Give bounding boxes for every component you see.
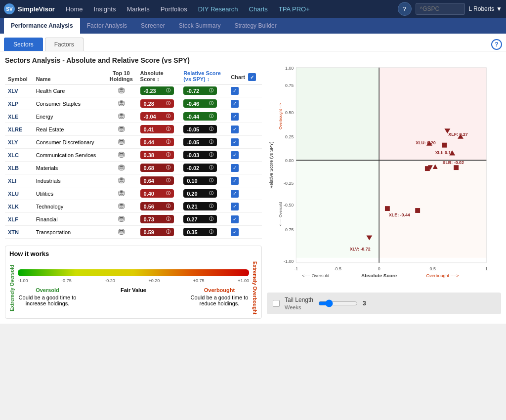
chart-check-XLI[interactable]: ✓ [228,174,262,187]
name-XLRE: Real Estate [33,123,105,136]
chart-check-XLK[interactable]: ✓ [228,200,262,213]
svg-rect-3 [379,160,486,258]
abs-XLB: 0.68ⓘ [137,162,181,174]
nav-portfolios[interactable]: Portfolios [156,0,192,18]
abs-XLP: 0.28ⓘ [137,97,181,110]
subnav-stock-summary[interactable]: Stock Summary [172,18,228,34]
rel-XLI: 0.10ⓘ [180,174,228,187]
overbought-label: Overbought [190,287,249,293]
holdings-XLP[interactable]: ⛃ [105,97,137,110]
svg-text:0.50: 0.50 [285,110,294,115]
holdings-XLB[interactable]: ⛃ [105,162,137,174]
name-XLY: Consumer Discretionary [33,136,105,149]
extremely-overbought-label: Extremely Overbought [252,261,257,314]
symbol-XLC: XLC [8,152,19,158]
gradient-bar [18,269,249,276]
tail-weeks-label: Weeks [285,304,313,310]
table-row: XTN Transportation ⛃ 0.59ⓘ 0.35ⓘ ✓ [5,226,262,239]
user-menu[interactable]: L Roberts ▼ [469,5,502,12]
tail-length-label: Tail Length [285,296,313,303]
table-row: XLF Financial ⛃ 0.73ⓘ 0.27ⓘ ✓ [5,213,262,226]
symbol-XLE: XLE [8,114,18,120]
svg-rect-1 [379,68,486,161]
chart-check-XLU[interactable]: ✓ [228,187,262,200]
tab-factors[interactable]: Factors [45,38,84,51]
name-XLE: Energy [33,110,105,123]
table-row: XLC Communication Services ⛃ 0.38ⓘ -0.03… [5,149,262,162]
nav-diy-research[interactable]: DIY Research [193,0,243,18]
svg-text:<---- Oversold: <---- Oversold [278,202,283,226]
name-XLB: Materials [33,162,105,174]
sub-nav: Performance Analysis Factor Analysis Scr… [0,18,506,34]
rel-XLU: 0.20ⓘ [180,187,228,200]
nav-tpa-pro[interactable]: TPA PRO+ [274,0,315,18]
holdings-XLRE[interactable]: ⛃ [105,123,137,136]
symbol-XLY: XLY [8,139,18,145]
nav-items: Home Insights Markets Portfolios DIY Res… [61,0,398,18]
symbol-XLB: XLB [8,165,19,171]
help-button[interactable]: ? [398,2,412,16]
tab-sectors[interactable]: Sectors [4,38,43,51]
subnav-screener[interactable]: Screener [134,18,172,34]
holdings-XTN[interactable]: ⛃ [105,226,137,239]
holdings-XLF[interactable]: ⛃ [105,213,137,226]
holdings-XLY[interactable]: ⛃ [105,136,137,149]
chart-check-XLP[interactable]: ✓ [228,97,262,110]
holdings-XLC[interactable]: ⛃ [105,149,137,162]
holdings-XLE[interactable]: ⛃ [105,110,137,123]
chart-check-all[interactable]: ✓ [248,73,256,81]
svg-text:-0.75: -0.75 [284,227,294,232]
table-row: XLB Materials ⛃ 0.68ⓘ -0.02ⓘ ✓ [5,162,262,174]
tail-length-slider[interactable] [318,299,358,307]
chart-check-XLE[interactable]: ✓ [228,110,262,123]
user-name: L Roberts [469,5,495,12]
chart-check-XTN[interactable]: ✓ [228,226,262,239]
sectors-table: Symbol Name Top 10Holdings AbsoluteScore… [5,68,262,239]
nav-charts[interactable]: Charts [244,0,273,18]
rel-XLF: 0.27ⓘ [180,213,228,226]
abs-XLU: 0.40ⓘ [137,187,181,200]
how-cols: Oversold Could be a good time to increas… [18,287,249,306]
holdings-XLI[interactable]: ⛃ [105,174,137,187]
chart-check-XLRE[interactable]: ✓ [228,123,262,136]
symbol-XLP: XLP [8,101,18,107]
svg-text:Overbought -->: Overbought --> [278,103,283,129]
rel-XLB: -0.02ⓘ [180,162,228,174]
rel-XLC: -0.03ⓘ [180,149,228,162]
holdings-XLU[interactable]: ⛃ [105,187,137,200]
subnav-performance-analysis[interactable]: Performance Analysis [4,18,80,34]
holdings-icon: ⛃ [118,164,125,172]
label-xli: XLI: 0.10 [435,150,454,155]
chart-check-XLB[interactable]: ✓ [228,162,262,174]
abs-XLV: -0.23ⓘ [137,84,181,97]
holdings-icon: ⛃ [118,99,125,108]
chart-check-XLY[interactable]: ✓ [228,136,262,149]
how-title: How it works [9,250,257,257]
svg-text:-1: -1 [294,266,298,271]
holdings-icon: ⛃ [118,112,125,121]
name-XLI: Industrials [33,174,105,187]
table-row: XLE Energy ⛃ -0.04ⓘ -0.44ⓘ ✓ [5,110,262,123]
symbol-XLK: XLK [8,204,19,210]
nav-insights[interactable]: Insights [89,0,121,18]
holdings-XLV[interactable]: ⛃ [105,84,137,97]
nav-home[interactable]: Home [61,0,88,18]
how-it-works: How it works Extremely Oversold -1.00 -0… [5,246,262,319]
tail-length-checkbox[interactable] [273,300,280,307]
symbol-XLU: XLU [8,191,19,197]
table-row: XLP Consumer Staples ⛃ 0.28ⓘ -0.46ⓘ ✓ [5,97,262,110]
chart-check-XLF[interactable]: ✓ [228,213,262,226]
subnav-strategy-builder[interactable]: Strategy Builder [227,18,283,34]
chart-check-XLC[interactable]: ✓ [228,149,262,162]
holdings-XLK[interactable]: ⛃ [105,200,137,213]
left-panel: Sectors Analysis - Absolute and Relative… [5,56,262,319]
subnav-factor-analysis[interactable]: Factor Analysis [80,18,134,34]
page-help-button[interactable]: ? [491,39,502,50]
nav-markets[interactable]: Markets [122,0,154,18]
abs-XLRE: 0.41ⓘ [137,123,181,136]
chart-check-XLV[interactable]: ✓ [228,84,262,97]
tail-length-value: 3 [363,300,366,307]
symbol-XLI: XLI [8,178,16,184]
search-input[interactable] [416,3,465,15]
point-xle [385,206,390,211]
